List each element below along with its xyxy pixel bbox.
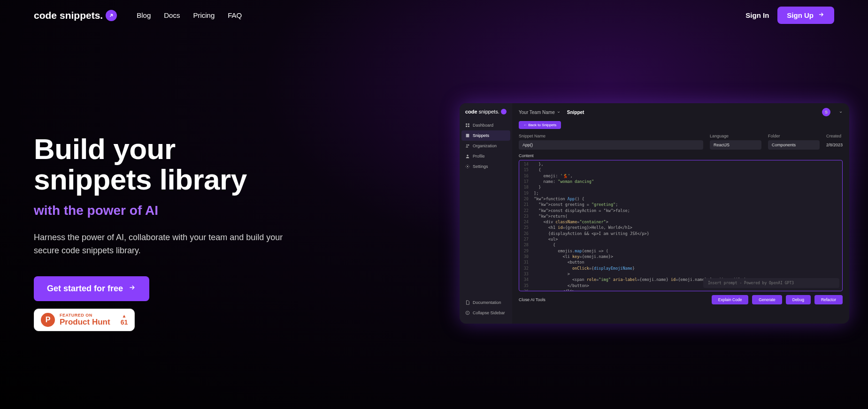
sidebar-label: Dashboard (473, 123, 493, 128)
chevron-down-icon[interactable] (839, 110, 843, 115)
sidebar-item-profile[interactable]: Profile (460, 151, 512, 161)
nav-link-faq[interactable]: FAQ (228, 11, 242, 19)
code-editor[interactable]: 14 15 16 17 18 19 20 21 22 23 24 25 26 2… (519, 160, 843, 291)
hero-title: Build your snippets library (34, 134, 301, 195)
ai-debug-button[interactable]: Debug (786, 295, 811, 304)
app-topbar: Your Team Name Snippet S (512, 103, 849, 121)
hero-title-l1: Build your (34, 133, 176, 165)
sidebar-bottom: Documentation Collapse Sidebar (460, 297, 512, 318)
sidebar-label: Profile (473, 154, 485, 159)
logo-text-bold: code (34, 10, 57, 21)
cta-button[interactable]: Get started for free (34, 276, 149, 301)
field-label: Language (710, 134, 761, 138)
sidebar-label: Collapse Sidebar (473, 311, 505, 315)
field-snippet-name: Snippet Name App() (519, 134, 703, 150)
signup-button[interactable]: Sign Up (777, 7, 834, 24)
field-label: Created (826, 134, 843, 138)
profile-icon (465, 154, 470, 159)
cta-label: Get started for free (47, 284, 123, 294)
sidebar-label: Organization (473, 144, 497, 148)
svg-rect-1 (468, 123, 469, 125)
triangle-up-icon: ▲ (122, 313, 126, 318)
nav-links: Blog Docs Pricing FAQ (137, 11, 242, 19)
product-hunt-icon: P (41, 313, 55, 327)
snippets-icon (465, 133, 470, 138)
ai-explain-button[interactable]: Explain Code (712, 295, 749, 304)
svg-point-6 (467, 155, 468, 156)
arrow-right-icon (128, 284, 136, 294)
nav-left: codesnippets. Blog Docs Pricing FAQ (34, 10, 242, 21)
signin-link[interactable]: Sign In (745, 11, 769, 19)
sidebar-label: Documentation (473, 300, 501, 305)
svg-rect-0 (466, 123, 467, 125)
signup-label: Sign Up (787, 11, 814, 19)
field-label: Folder (768, 134, 820, 138)
app-preview: codesnippets. Dashboard Snippets Organiz… (460, 103, 849, 324)
grid-icon (465, 123, 470, 128)
top-nav: codesnippets. Blog Docs Pricing FAQ Sign… (0, 0, 868, 30)
collapse-icon (465, 311, 470, 315)
sidebar-label: Snippets (473, 133, 489, 138)
back-row: ← Back to Snippets (519, 121, 843, 129)
team-name: Your Team Name (519, 110, 555, 115)
nav-link-blog[interactable]: Blog (137, 11, 151, 19)
field-label: Snippet Name (519, 134, 703, 138)
sidebar-item-snippets[interactable]: Snippets (461, 130, 510, 141)
logo-badge-icon (106, 10, 117, 21)
snippet-name-input[interactable]: App() (519, 140, 703, 150)
hero-subtitle: with the power of AI (34, 203, 301, 218)
arrow-right-icon (817, 11, 825, 19)
chevron-down-icon (557, 110, 561, 115)
field-created: Created 2/8/2023 (826, 134, 843, 150)
ai-toolbar: Close AI Tools Explain Code Generate Deb… (512, 291, 849, 308)
ph-text: FEATURED ON Product Hunt (60, 313, 110, 327)
sidebar-item-settings[interactable]: Settings (460, 161, 512, 172)
app-logo[interactable]: codesnippets. (460, 109, 512, 120)
field-folder: Folder Components (768, 134, 820, 150)
app-logo-light: snippets. (479, 109, 499, 114)
org-icon (465, 144, 470, 148)
ph-votes: ▲ 61 (121, 313, 128, 326)
svg-point-4 (467, 144, 468, 146)
editor-gutter: 14 15 16 17 18 19 20 21 22 23 24 25 26 2… (519, 160, 531, 291)
logo-text: snippets. (60, 10, 103, 21)
folder-select[interactable]: Components (768, 140, 820, 150)
nav-link-docs[interactable]: Docs (164, 11, 180, 19)
svg-point-5 (468, 144, 469, 146)
sidebar-item-collapse[interactable]: Collapse Sidebar (460, 308, 512, 318)
content-label: Content (512, 153, 849, 160)
breadcrumb-current: Snippet (567, 110, 584, 115)
sidebar-item-organization[interactable]: Organization (460, 141, 512, 151)
logo[interactable]: codesnippets. (34, 10, 117, 21)
hero-description: Harness the power of AI, collaborate wit… (34, 231, 287, 258)
arrow-left-icon: ← (523, 123, 527, 127)
ph-vote-count: 61 (121, 318, 128, 326)
avatar[interactable]: S (822, 108, 830, 116)
product-hunt-badge[interactable]: P FEATURED ON Product Hunt ▲ 61 (34, 309, 135, 331)
language-select[interactable]: ReactJS (710, 140, 761, 150)
ai-refactor-button[interactable]: Refactor (814, 295, 843, 304)
ph-name: Product Hunt (60, 318, 110, 327)
svg-rect-3 (468, 126, 469, 127)
app-logo-badge-icon (501, 109, 507, 114)
svg-rect-2 (466, 126, 467, 127)
hero-title-l2: snippets library (34, 163, 247, 196)
sidebar-item-dashboard[interactable]: Dashboard (460, 120, 512, 130)
ai-prompt-input[interactable]: Insert prompt - Powered by OpenAI GPT3 (703, 278, 839, 288)
field-language: Language ReactJS (710, 134, 761, 150)
doc-icon (465, 300, 470, 305)
svg-point-8 (466, 311, 469, 315)
nav-right: Sign In Sign Up (745, 7, 834, 24)
nav-link-pricing[interactable]: Pricing (193, 11, 215, 19)
sidebar-item-documentation[interactable]: Documentation (460, 297, 512, 308)
svg-point-7 (467, 166, 469, 167)
app-logo-bold: code (465, 109, 477, 114)
editor-code[interactable]: }, { emoji: '💃', name: "woman dancing" }… (531, 160, 842, 291)
hero-left: Build your snippets library with the pow… (34, 59, 301, 331)
ai-generate-button[interactable]: Generate (752, 295, 782, 304)
team-dropdown[interactable]: Your Team Name (519, 110, 561, 115)
close-ai-tools[interactable]: Close AI Tools (519, 297, 545, 302)
snippet-fields: Snippet Name App() Language ReactJS Fold… (512, 132, 849, 153)
app-main: Your Team Name Snippet S ← Back to Snipp… (512, 103, 849, 324)
back-button[interactable]: ← Back to Snippets (519, 121, 561, 129)
